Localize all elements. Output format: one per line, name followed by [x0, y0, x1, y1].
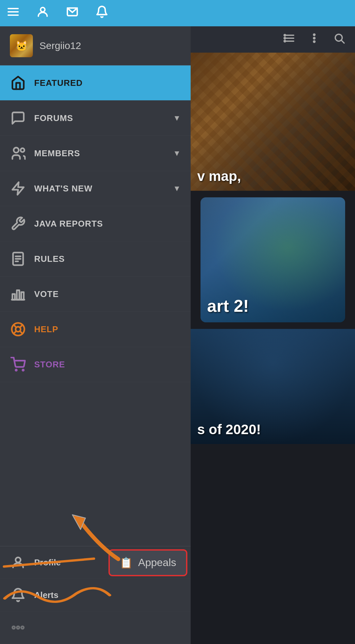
- list-icon[interactable]: [283, 32, 295, 47]
- sidebar-item-whats-new-label: WHAT'S NEW: [34, 184, 165, 194]
- sidebar-item-store[interactable]: STORE: [0, 347, 191, 382]
- menu-items-list: FEATURED FORUMS ▼ MEMBERS ▼ WHAT'S NEW ▼: [0, 65, 191, 546]
- right-toolbar: [191, 26, 355, 53]
- appeals-icon: 📋: [120, 557, 133, 569]
- extra-icon: [10, 619, 26, 636]
- svg-point-36: [17, 626, 19, 629]
- appeals-button-container: 📋 Appeals: [108, 549, 187, 576]
- sidebar-item-java-reports-label: JAVA REPORTS: [34, 219, 181, 229]
- sidebar-item-rules-label: RULES: [34, 254, 181, 264]
- sidebar-item-vote-label: VOTE: [34, 289, 181, 299]
- featured-caption-3: s of 2020!: [197, 422, 261, 437]
- username-label: Sergiio12: [39, 40, 81, 51]
- menu-overlay: MENU × 🐱 Sergiio12 FEATURED FORUMS ▼: [0, 0, 191, 644]
- svg-rect-25: [21, 292, 24, 300]
- svg-point-6: [314, 34, 315, 36]
- svg-point-8: [314, 41, 315, 42]
- sidebar-item-alerts-label: Alerts: [34, 590, 59, 600]
- sidebar-item-rules[interactable]: RULES: [0, 241, 191, 277]
- alerts-row-container: Alerts: [0, 579, 191, 611]
- menu-bottom: Profile 📋 Appeals Alerts: [0, 546, 191, 644]
- svg-point-4: [284, 37, 286, 39]
- profile-row-container: Profile 📋 Appeals: [0, 546, 191, 579]
- bar-chart-icon: [10, 286, 26, 302]
- cart-icon: [10, 356, 26, 373]
- profile-person-icon: [10, 554, 26, 571]
- svg-point-16: [14, 148, 19, 153]
- featured-image-3: s of 2020!: [191, 329, 355, 444]
- svg-point-35: [15, 557, 20, 562]
- nav-inbox-icon[interactable]: [66, 5, 79, 21]
- nav-bell-icon[interactable]: [95, 5, 108, 21]
- svg-line-31: [20, 325, 22, 327]
- avatar: 🐱: [10, 34, 33, 57]
- svg-rect-24: [17, 290, 19, 300]
- alerts-bell-icon: [10, 587, 26, 603]
- svg-point-3: [284, 34, 286, 36]
- svg-point-17: [21, 148, 25, 152]
- sidebar-item-forums-label: FORUMS: [34, 113, 165, 123]
- featured-image-1: v map,: [191, 53, 355, 191]
- nav-left: [7, 5, 108, 21]
- svg-point-34: [22, 369, 24, 371]
- forums-chevron-icon: ▼: [173, 113, 181, 123]
- svg-line-32: [13, 331, 16, 334]
- svg-point-38: [12, 626, 15, 629]
- right-content: t.net v map, art 2! s of 2020!: [191, 0, 355, 644]
- sidebar-item-whats-new[interactable]: WHAT'S NEW ▼: [0, 171, 191, 206]
- members-icon: [10, 145, 26, 161]
- sidebar-item-store-label: STORE: [34, 359, 181, 370]
- svg-point-33: [15, 369, 17, 371]
- svg-line-30: [20, 331, 22, 334]
- dots-icon[interactable]: [308, 32, 320, 47]
- lightning-icon: [10, 180, 26, 197]
- avatar-image: 🐱: [10, 34, 33, 57]
- sidebar-item-members-label: MEMBERS: [34, 148, 165, 159]
- lifesaver-icon: [10, 321, 26, 337]
- sidebar-item-java-reports[interactable]: JAVA REPORTS: [0, 206, 191, 241]
- appeals-button-label: Appeals: [138, 557, 176, 569]
- sidebar-item-extra[interactable]: [0, 611, 191, 644]
- svg-point-14: [40, 7, 45, 12]
- search-icon[interactable]: [333, 32, 345, 47]
- sidebar-item-help[interactable]: HELP: [0, 312, 191, 347]
- home-icon: [10, 75, 26, 91]
- top-nav: [0, 0, 355, 26]
- featured-caption-1: v map,: [197, 168, 241, 184]
- sidebar-item-forums[interactable]: FORUMS ▼: [0, 101, 191, 136]
- chat-icon: [10, 110, 26, 126]
- featured-image-2: art 2!: [201, 197, 345, 322]
- sidebar-item-featured[interactable]: FEATURED: [0, 65, 191, 101]
- sidebar-item-help-label: HELP: [34, 324, 181, 334]
- sidebar-item-profile-label: Profile: [34, 557, 61, 568]
- sidebar-item-featured-label: FEATURED: [34, 78, 181, 88]
- svg-point-37: [21, 626, 24, 629]
- wrench-icon: [10, 215, 26, 232]
- svg-line-10: [342, 40, 344, 43]
- sidebar-item-members[interactable]: MEMBERS ▼: [0, 136, 191, 171]
- sidebar-item-vote[interactable]: VOTE: [0, 277, 191, 312]
- appeals-button[interactable]: 📋 Appeals: [108, 549, 187, 576]
- svg-marker-18: [12, 182, 24, 195]
- sidebar-item-alerts[interactable]: Alerts: [0, 579, 191, 611]
- featured-caption-2: art 2!: [207, 296, 249, 316]
- svg-point-5: [284, 40, 286, 42]
- svg-line-29: [13, 325, 16, 327]
- document-icon: [10, 251, 26, 267]
- svg-point-7: [314, 37, 315, 39]
- nav-profile-icon[interactable]: [36, 5, 49, 21]
- svg-rect-23: [12, 294, 15, 300]
- menu-icon[interactable]: [7, 5, 20, 21]
- menu-user-row[interactable]: 🐱 Sergiio12: [0, 26, 191, 65]
- members-chevron-icon: ▼: [173, 149, 181, 158]
- whats-new-chevron-icon: ▼: [173, 184, 181, 193]
